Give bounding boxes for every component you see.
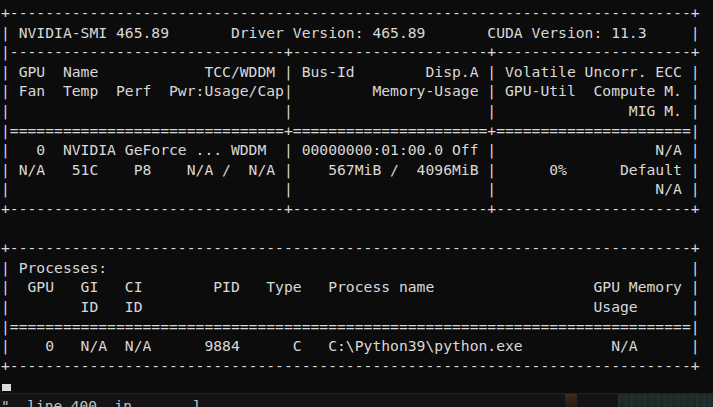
background-window-strip: ", line 400, in l	[0, 393, 713, 407]
prompt-line	[1, 375, 713, 394]
terminal-window[interactable]: +---------------------------------------…	[0, 0, 713, 394]
terminal-cursor	[2, 384, 11, 391]
nvidia-smi-output: +---------------------------------------…	[1, 3, 713, 375]
screen: +---------------------------------------…	[0, 0, 713, 407]
background-window-fragment	[618, 394, 713, 407]
wallpaper-sliver	[565, 394, 577, 407]
clipped-traceback-text: ", line 400, in l	[1, 397, 713, 407]
